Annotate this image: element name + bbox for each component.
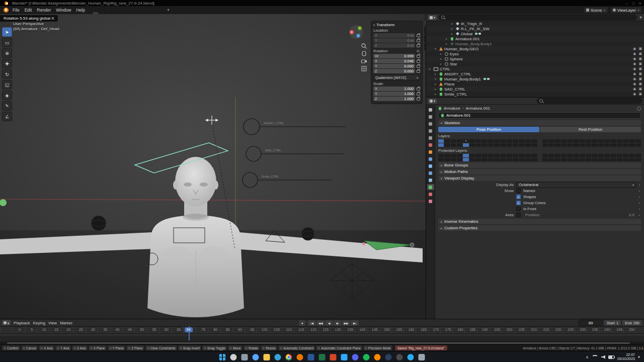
layer-cell[interactable]: [604, 139, 610, 143]
auto-keying-toggle[interactable]: ●: [299, 320, 305, 326]
editor-type-timeline-icon[interactable]: ▾: [2, 320, 11, 325]
layer-cell[interactable]: [507, 143, 512, 147]
hide-viewport-eye-icon[interactable]: ◉: [633, 46, 636, 51]
checkbox[interactable]: ✓: [516, 201, 521, 205]
menu-item[interactable]: Window: [53, 7, 73, 13]
collapsed-section-header[interactable]: ▸Inverse Kinematics: [438, 219, 641, 224]
taskbar-app-icon[interactable]: [352, 354, 359, 360]
sidebar-tab[interactable]: [424, 43, 426, 50]
properties-tab[interactable]: [427, 191, 434, 197]
properties-tab[interactable]: [427, 156, 434, 162]
tool-button[interactable]: ▭: [2, 38, 12, 47]
outliner-row[interactable]: ▾ Human_Body.Body1 ◉ ▣: [426, 76, 644, 81]
layer-cell[interactable]: [592, 143, 597, 147]
layer-cell[interactable]: [623, 143, 628, 147]
outliner-row[interactable]: ▸ Plane ◉ ▣: [426, 81, 644, 86]
viewport-3d[interactable]: ANGRY_CTRL SAD_CTRL Smile_CTRL Rotation …: [0, 14, 426, 319]
expand-icon[interactable]: ▾: [435, 77, 438, 80]
hide-viewport-eye-icon[interactable]: ◉: [633, 66, 636, 71]
taskbar-app-icon[interactable]: [297, 354, 303, 360]
timeline-channel-area[interactable]: [0, 334, 644, 341]
sidebar-tab[interactable]: [424, 27, 426, 34]
layer-cell[interactable]: [451, 154, 456, 157]
outliner-row[interactable]: ▸ CTRL ◉ ▣: [426, 66, 644, 71]
taskbar-app-icon[interactable]: [385, 354, 392, 360]
layer-cell[interactable]: [469, 154, 475, 157]
hand-control-dot[interactable]: [410, 243, 414, 247]
layer-cell[interactable]: [519, 139, 524, 143]
layer-cell[interactable]: [561, 139, 567, 143]
lock-icon[interactable]: [417, 39, 420, 42]
checkbox-label[interactable]: Names: [523, 189, 535, 193]
layer-cell[interactable]: [519, 143, 524, 147]
tool-button[interactable]: ∠: [2, 112, 12, 121]
outliner-item-label[interactable]: Global: [461, 32, 472, 36]
layer-cell[interactable]: [507, 139, 512, 143]
layer-cell[interactable]: [488, 139, 494, 143]
expand-icon[interactable]: ▸: [446, 37, 449, 40]
arm-control-pink-dot[interactable]: [362, 242, 365, 245]
taskbar-app-icon[interactable]: [275, 354, 281, 360]
checkbox-label[interactable]: Shapes: [523, 195, 536, 199]
disable-render-camera-icon[interactable]: ▣: [638, 46, 642, 51]
layer-cell[interactable]: [444, 143, 450, 147]
wire-sphere-left[interactable]: [91, 216, 106, 231]
layer-cell[interactable]: [548, 143, 554, 147]
wifi-icon[interactable]: [592, 355, 598, 359]
taskbar-app-icon[interactable]: [253, 354, 259, 360]
taskbar-app-icon[interactable]: [286, 354, 292, 360]
expand-icon[interactable]: ▸: [435, 82, 438, 85]
lock-icon[interactable]: [417, 65, 420, 68]
rotation-value-field[interactable]: Y0.000: [373, 64, 415, 68]
outliner-item-label[interactable]: Armature.001: [455, 37, 479, 41]
scene-selector[interactable]: Scene ×: [584, 7, 608, 14]
layer-cell[interactable]: [580, 139, 585, 143]
layer-cell[interactable]: [494, 154, 500, 157]
axes-checkbox[interactable]: [516, 213, 521, 217]
layer-cell[interactable]: [580, 143, 585, 147]
timeline-menu[interactable]: Marker: [58, 321, 74, 325]
layer-cell[interactable]: [592, 158, 597, 161]
close-button[interactable]: ×: [639, 2, 641, 5]
outliner-item-label[interactable]: Sphere: [450, 57, 463, 61]
disable-render-camera-icon[interactable]: ▣: [638, 92, 642, 97]
disable-render-camera-icon[interactable]: ▣: [638, 56, 642, 61]
layer-cell[interactable]: [438, 154, 444, 157]
viewlayer-unlink-icon[interactable]: ×: [637, 9, 639, 12]
layer-cell[interactable]: [438, 143, 444, 147]
layer-cell[interactable]: [598, 158, 604, 161]
editor-type-properties-icon[interactable]: ▾: [428, 99, 437, 104]
layer-cell[interactable]: [623, 139, 628, 143]
properties-tab[interactable]: [427, 107, 434, 113]
properties-tab[interactable]: [427, 135, 434, 141]
layer-cell[interactable]: [507, 158, 512, 161]
layer-cell[interactable]: [531, 139, 537, 143]
layer-cell[interactable]: [444, 154, 450, 157]
outliner-item-label[interactable]: Eyes: [450, 52, 459, 56]
layer-cell[interactable]: [438, 139, 444, 143]
disable-render-camera-icon[interactable]: ▣: [638, 76, 642, 81]
armature-name-field[interactable]: Armature.001: [438, 112, 641, 119]
editor-type-outliner-icon[interactable]: ▾: [428, 15, 437, 20]
outliner-item-label[interactable]: Human_Body.Body1: [455, 42, 492, 46]
layer-cell[interactable]: [567, 143, 573, 147]
layer-cell[interactable]: [475, 158, 481, 161]
viewlayer-selector[interactable]: ViewLayer ×: [610, 7, 642, 14]
lock-icon[interactable]: [417, 44, 420, 47]
layer-cell[interactable]: [623, 154, 628, 157]
properties-tab[interactable]: [427, 142, 434, 148]
layer-cell[interactable]: [457, 158, 462, 161]
layers-block-b[interactable]: [542, 139, 641, 147]
blender-menu-icon[interactable]: [4, 8, 9, 13]
transport-button[interactable]: ◀◀: [316, 320, 325, 326]
layer-cell[interactable]: [463, 139, 468, 143]
layer-cell[interactable]: [463, 143, 468, 147]
breadcrumb-root[interactable]: Armature: [444, 106, 460, 111]
expand-icon[interactable]: ▸: [451, 22, 454, 25]
scene-unlink-icon[interactable]: ×: [604, 9, 606, 12]
layer-cell[interactable]: [488, 154, 494, 157]
lock-icon[interactable]: [417, 60, 420, 63]
protected-block-a[interactable]: [438, 154, 537, 161]
layer-cell[interactable]: [548, 158, 554, 161]
taskbar-clock[interactable]: 22:07 03/10/2023: [617, 353, 635, 361]
